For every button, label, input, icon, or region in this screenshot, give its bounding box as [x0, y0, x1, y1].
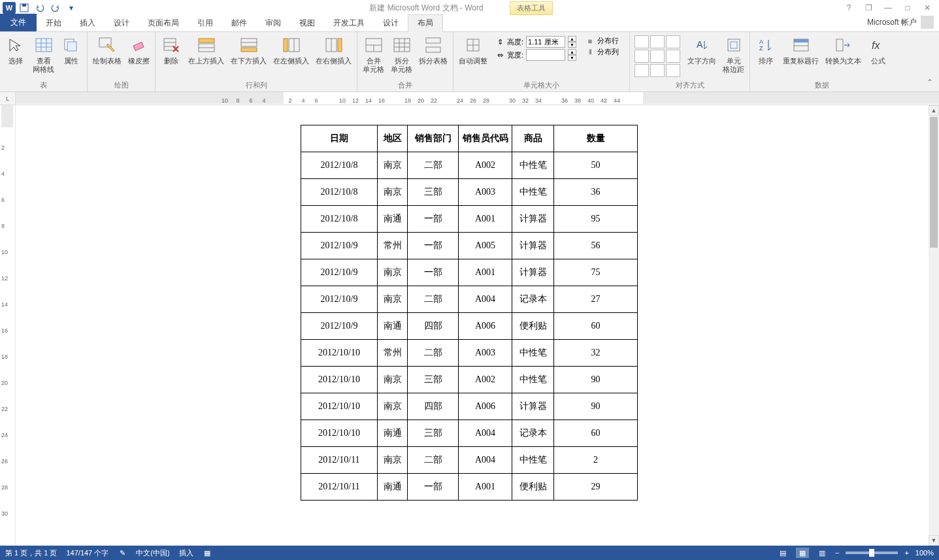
align-top-right-button[interactable] — [666, 35, 680, 48]
table-cell[interactable]: 南京 — [378, 152, 408, 179]
account-link[interactable]: Microsoft 帐户 — [862, 13, 939, 31]
table-cell[interactable]: 记录本 — [512, 286, 554, 313]
table-cell[interactable]: 四部 — [408, 313, 459, 340]
sort-button[interactable]: AZ排序 — [753, 33, 779, 67]
autofit-button[interactable]: 自动调整 — [456, 33, 490, 67]
table-cell[interactable]: A004 — [459, 447, 512, 474]
macro-icon[interactable]: ▦ — [203, 548, 212, 557]
table-cell[interactable]: 2012/10/9 — [301, 259, 378, 286]
table-header-cell[interactable]: 销售员代码 — [459, 125, 512, 152]
view-gridlines-button[interactable]: 查看 网格线 — [30, 33, 57, 75]
insert-left-button[interactable]: 在左侧插入 — [271, 33, 312, 67]
table-header-cell[interactable]: 数量 — [554, 125, 638, 152]
table-cell[interactable]: 常州 — [378, 233, 408, 259]
language-indicator[interactable]: 中文(中国) — [136, 548, 169, 558]
split-table-button[interactable]: 拆分表格 — [416, 33, 450, 67]
table-cell[interactable]: 三部 — [408, 367, 459, 393]
table-cell[interactable]: 56 — [554, 233, 638, 259]
convert-text-button[interactable]: 转换为文本 — [823, 33, 864, 67]
width-spin-up-icon[interactable]: ▲ — [568, 49, 576, 55]
split-cells-button[interactable]: 拆分 单元格 — [388, 33, 415, 75]
tab-developer[interactable]: 开发工具 — [324, 15, 374, 31]
table-cell[interactable]: 2012/10/9 — [301, 286, 378, 313]
width-input[interactable] — [526, 49, 565, 61]
select-button[interactable]: 选择 — [3, 33, 29, 67]
table-cell[interactable]: 计算器 — [512, 206, 554, 233]
tab-design[interactable]: 设计 — [105, 15, 139, 31]
table-cell[interactable]: 2012/10/11 — [301, 474, 378, 501]
table-header-cell[interactable]: 销售部门 — [408, 125, 459, 152]
proofing-icon[interactable]: ✎ — [118, 548, 127, 557]
tab-home[interactable]: 开始 — [37, 15, 71, 31]
draw-table-button[interactable]: 绘制表格 — [90, 33, 124, 67]
scroll-thumb[interactable] — [930, 117, 938, 248]
table-cell[interactable]: 计算器 — [512, 233, 554, 259]
table-cell[interactable]: 南通 — [378, 313, 408, 340]
table-cell[interactable]: 南京 — [378, 393, 408, 420]
distribute-rows-button[interactable]: ≡分布行 — [585, 36, 619, 46]
table-cell[interactable]: 南京 — [378, 286, 408, 313]
table-cell[interactable]: 二部 — [408, 286, 459, 313]
align-middle-center-button[interactable] — [650, 50, 665, 63]
height-input[interactable] — [526, 36, 565, 48]
tab-file[interactable]: 文件 — [0, 14, 37, 31]
distribute-cols-button[interactable]: ⦀分布列 — [585, 47, 619, 57]
table-header-cell[interactable]: 地区 — [378, 125, 408, 152]
table-cell[interactable]: 一部 — [408, 206, 459, 233]
customize-qat-icon[interactable]: ▾ — [64, 1, 78, 15]
table-cell[interactable]: 四部 — [408, 393, 459, 420]
close-icon[interactable]: ✕ — [922, 3, 932, 13]
align-bottom-center-button[interactable] — [650, 64, 665, 77]
tab-page-layout[interactable]: 页面布局 — [139, 15, 188, 31]
table-cell[interactable]: 常州 — [378, 340, 408, 367]
table-cell[interactable]: 中性笔 — [512, 340, 554, 367]
table-cell[interactable]: 2012/10/10 — [301, 367, 378, 393]
vertical-scrollbar[interactable]: ▲ ▼ — [929, 105, 939, 546]
insert-mode[interactable]: 插入 — [179, 548, 193, 558]
table-cell[interactable]: 三部 — [408, 179, 459, 206]
formula-button[interactable]: fx公式 — [865, 33, 891, 67]
table-cell[interactable]: 2 — [554, 447, 638, 474]
tab-references[interactable]: 引用 — [188, 15, 222, 31]
ruler-corner[interactable]: L — [0, 92, 16, 105]
table-cell[interactable]: 2012/10/8 — [301, 152, 378, 179]
scroll-down-icon[interactable]: ▼ — [929, 535, 939, 546]
print-layout-icon[interactable]: ▦ — [796, 548, 809, 558]
read-mode-icon[interactable]: ▤ — [776, 548, 789, 558]
insert-below-button[interactable]: 在下方插入 — [228, 33, 269, 67]
table-cell[interactable]: A003 — [459, 179, 512, 206]
table-cell[interactable]: 一部 — [408, 259, 459, 286]
table-cell[interactable]: 便利贴 — [512, 313, 554, 340]
table-cell[interactable]: A002 — [459, 367, 512, 393]
zoom-in-button[interactable]: + — [904, 549, 908, 557]
insert-above-button[interactable]: 在上方插入 — [186, 33, 227, 67]
table-cell[interactable]: 95 — [554, 206, 638, 233]
table-cell[interactable]: 南京 — [378, 367, 408, 393]
table-cell[interactable]: 2012/10/10 — [301, 340, 378, 367]
table-cell[interactable]: 中性笔 — [512, 367, 554, 393]
width-spin-down-icon[interactable]: ▼ — [568, 55, 576, 61]
table-cell[interactable]: A006 — [459, 393, 512, 420]
cell-margins-button[interactable]: 单元 格边距 — [720, 33, 747, 75]
table-cell[interactable]: 2012/10/8 — [301, 206, 378, 233]
text-direction-button[interactable]: A文字方向 — [685, 33, 719, 67]
align-bottom-left-button[interactable] — [634, 64, 649, 77]
page-indicator[interactable]: 第 1 页，共 1 页 — [5, 548, 57, 558]
data-table[interactable]: 日期地区销售部门销售员代码商品数量 2012/10/8南京二部A002中性笔50… — [301, 125, 638, 501]
align-bottom-right-button[interactable] — [666, 64, 680, 77]
align-top-center-button[interactable] — [650, 35, 665, 48]
table-cell[interactable]: 一部 — [408, 233, 459, 259]
table-cell[interactable]: 记录本 — [512, 420, 554, 447]
table-cell[interactable]: 60 — [554, 420, 638, 447]
tab-table-design[interactable]: 设计 — [374, 15, 408, 31]
table-cell[interactable]: 2012/10/9 — [301, 313, 378, 340]
table-cell[interactable]: A004 — [459, 420, 512, 447]
zoom-thumb[interactable] — [869, 549, 874, 557]
table-cell[interactable]: 计算器 — [512, 393, 554, 420]
eraser-button[interactable]: 橡皮擦 — [125, 33, 152, 67]
align-middle-left-button[interactable] — [634, 50, 649, 63]
web-layout-icon[interactable]: ▥ — [815, 548, 829, 558]
table-cell[interactable]: 南京 — [378, 179, 408, 206]
table-cell[interactable]: 27 — [554, 286, 638, 313]
vertical-ruler[interactable]: 24681012141618202224262830 — [0, 105, 16, 546]
